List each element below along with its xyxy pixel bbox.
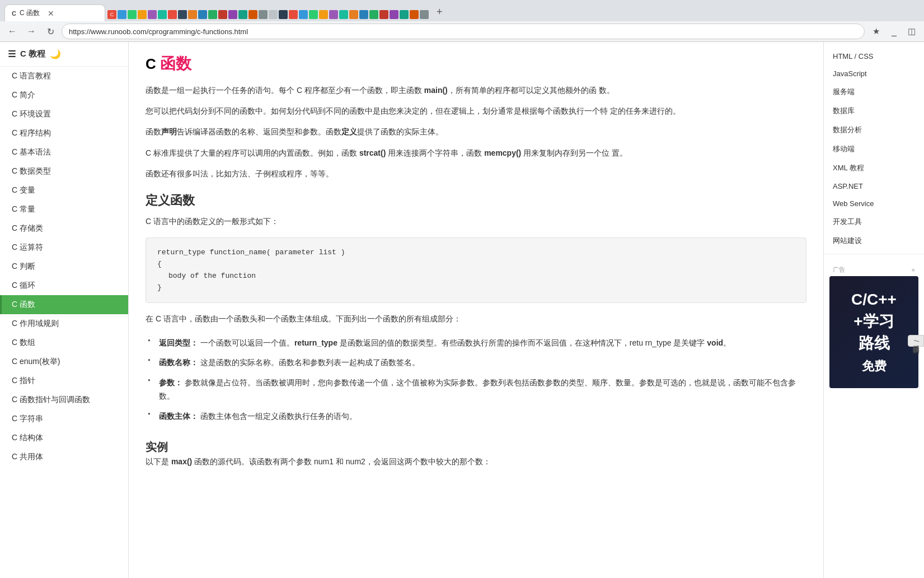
title-c: C: [146, 55, 156, 72]
ad-text-label: 广告: [833, 265, 845, 274]
forward-button[interactable]: →: [24, 24, 39, 39]
browser-action-buttons: ★ ⎯ ◫: [868, 24, 920, 39]
right-nav-dev-tools[interactable]: 开发工具: [824, 212, 924, 231]
ad-label: 广告 ×: [829, 263, 918, 276]
main-content: C 函数 函数是一组一起执行一个任务的语句。每个 C 程序都至少有一个函数，即主…: [129, 42, 823, 578]
reload-button[interactable]: ↻: [43, 24, 58, 39]
after-code: 在 C 语言中，函数由一个函数头和一个函数主体组成。下面列出一个函数的所有组成部…: [146, 312, 806, 326]
tab-title: C 函数: [20, 8, 40, 18]
code-block: return_type function_name( parameter lis…: [146, 237, 806, 303]
ad-box: C/C+++学习路线免费: [829, 276, 918, 388]
code-line-4: }: [157, 282, 795, 294]
tab-bar: C C 函数 ✕ C: [0, 0, 924, 21]
right-nav-mobile[interactable]: 移动端: [824, 139, 924, 159]
sidebar-item-union[interactable]: C 共用体: [0, 448, 128, 467]
sidebar-item-variables[interactable]: C 变量: [0, 181, 128, 200]
intro-p4: C 标准库提供了大量的程序可以调用的内置函数。例如，函数 strcat() 用来…: [146, 146, 806, 160]
intro-p1: 函数是一组一起执行一个任务的语句。每个 C 程序都至少有一个函数，即主函数 ma…: [146, 83, 806, 97]
section-define-title: 定义函数: [146, 192, 806, 209]
bullet-return-type: 返回类型： 一个函数可以返回一个值。return_type 是函数返回的值的数据…: [146, 333, 806, 353]
sidebar-item-c-tutorial[interactable]: C 语言教程: [0, 67, 128, 86]
right-nav-js[interactable]: JavaScript: [824, 65, 924, 82]
sidebar-nav: C 语言教程 C 简介 C 环境设置 C 程序结构 C 基本语法 C 数据类型 …: [0, 67, 128, 467]
sidebar-item-struct[interactable]: C 结构体: [0, 428, 128, 448]
right-sidebar-divider: [824, 254, 924, 254]
address-input[interactable]: [62, 24, 865, 39]
sidebar-title: C 教程: [20, 49, 45, 59]
ad-close-button[interactable]: ×: [912, 267, 915, 273]
code-line-3: body of the function: [157, 271, 795, 282]
sidebar-menu-icon: ☰: [8, 49, 16, 59]
sidebar-item-loop[interactable]: C 循环: [0, 276, 128, 295]
favicon-list: C: [105, 10, 431, 21]
dark-mode-icon[interactable]: 🌙: [50, 49, 61, 59]
sidebar-item-arrays[interactable]: C 数组: [0, 333, 128, 352]
left-sidebar: ☰ C 教程 🌙 C 语言教程 C 简介 C 环境设置 C 程序结构 C 基本语…: [0, 42, 129, 578]
bullet-label-return: 返回类型：: [159, 338, 198, 347]
bullet-label-params: 参数：: [159, 378, 182, 387]
sidebar-item-scope[interactable]: C 作用域规则: [0, 314, 128, 333]
address-bar-row: ← → ↻ ★ ⎯ ◫: [0, 21, 924, 41]
ad-section: 广告 × C/C+++学习路线免费: [824, 258, 924, 394]
tab-close-btn[interactable]: ✕: [48, 9, 54, 18]
sidebar-item-pointers[interactable]: C 指针: [0, 371, 128, 390]
sidebar-item-env[interactable]: C 环境设置: [0, 105, 128, 124]
back-button[interactable]: ←: [4, 24, 20, 39]
tab-favicon: C: [12, 10, 16, 17]
right-nav-xml[interactable]: XML 教程: [824, 159, 924, 178]
new-tab-button[interactable]: +: [431, 3, 448, 21]
right-nav-data-analysis[interactable]: 数据分析: [824, 120, 924, 139]
sidebar-item-operators[interactable]: C 运算符: [0, 238, 128, 257]
sidebar-item-enum[interactable]: C enum(枚举): [0, 352, 128, 371]
bullet-list: 返回类型： 一个函数可以返回一个值。return_type 是函数返回的值的数据…: [146, 333, 806, 427]
sidebar-item-syntax[interactable]: C 基本语法: [0, 143, 128, 162]
bookmark-star-button[interactable]: ★: [868, 24, 884, 39]
code-line-1: return_type function_name( parameter lis…: [157, 247, 795, 259]
right-sidebar: HTML / CSS JavaScript 服务端 数据库 数据分析 移动端 X…: [823, 42, 924, 578]
active-tab[interactable]: C C 函数 ✕: [4, 4, 105, 21]
bullet-func-name: 函数名称： 这是函数的实际名称。函数名和参数列表一起构成了函数签名。: [146, 353, 806, 373]
title-rest: 函数: [160, 55, 191, 72]
sidebar-item-storage[interactable]: C 存储类: [0, 219, 128, 238]
sidebar-item-datatypes[interactable]: C 数据类型: [0, 162, 128, 181]
bookmark-list-button[interactable]: ⎯: [886, 24, 902, 39]
right-nav: HTML / CSS JavaScript 服务端 数据库 数据分析 移动端 X…: [824, 48, 924, 250]
browser-chrome: C C 函数 ✕ C: [0, 0, 924, 42]
bullet-label-name: 函数名称：: [159, 358, 198, 367]
code-line-2: {: [157, 259, 795, 271]
sidebar-item-strings[interactable]: C 字符串: [0, 409, 128, 428]
sidebar-item-constants[interactable]: C 常量: [0, 200, 128, 219]
intro-p2: 您可以把代码划分到不同的函数中。如何划分代码到不同的函数中是由您来决定的，但在逻…: [146, 104, 806, 118]
right-nav-aspnet[interactable]: ASP.NET: [824, 178, 924, 195]
sidebar-item-structure[interactable]: C 程序结构: [0, 124, 128, 143]
bullet-params: 参数： 参数就像是占位符。当函数被调用时，您向参数传递一个值，这个值被称为实际参…: [146, 373, 806, 407]
ad-box-inner: C/C+++学习路线免费: [851, 288, 897, 376]
right-nav-db[interactable]: 数据库: [824, 101, 924, 120]
page-layout: ☰ C 教程 🌙 C 语言教程 C 简介 C 环境设置 C 程序结构 C 基本语…: [0, 42, 924, 578]
right-nav-website[interactable]: 网站建设: [824, 231, 924, 250]
sidebar-item-fp[interactable]: C 函数指针与回调函数: [0, 390, 128, 409]
intro-p5: 函数还有很多叫法，比如方法、子例程或程序，等等。: [146, 167, 806, 181]
right-nav-server[interactable]: 服务端: [824, 82, 924, 101]
define-desc: C 语言中的函数定义的一般形式如下：: [146, 215, 806, 229]
sidebar-item-decision[interactable]: C 判断: [0, 257, 128, 276]
sidebar-item-functions[interactable]: C 函数: [0, 295, 128, 314]
bullet-label-body: 函数主体：: [159, 412, 198, 421]
extensions-button[interactable]: ◫: [904, 24, 920, 39]
example-desc: 以下是 max() 函数的源代码。该函数有两个参数 num1 和 num2，会返…: [146, 455, 806, 469]
example-title: 实例: [146, 440, 806, 455]
page-title: C 函数: [146, 53, 806, 74]
right-nav-html-css[interactable]: HTML / CSS: [824, 48, 924, 65]
feedback-button[interactable]: 反馈/纠错: [908, 335, 924, 347]
sidebar-header: ☰ C 教程 🌙: [0, 42, 128, 67]
sidebar-item-intro[interactable]: C 简介: [0, 86, 128, 105]
right-nav-web-service[interactable]: Web Service: [824, 195, 924, 212]
intro-p3: 函数声明告诉编译器函数的名称、返回类型和参数。函数定义提供了函数的实际主体。: [146, 125, 806, 139]
bullet-body: 函数主体： 函数主体包含一组定义函数执行任务的语句。: [146, 407, 806, 427]
